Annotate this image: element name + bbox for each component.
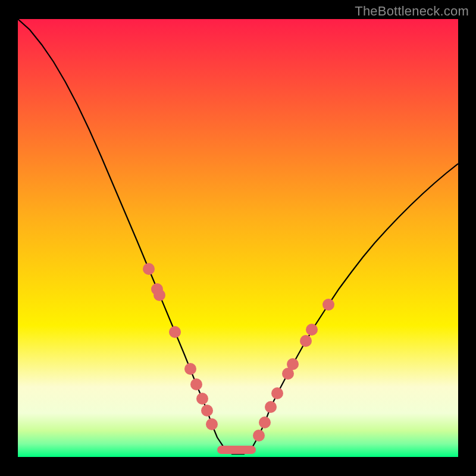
curve-marker [154, 289, 165, 301]
curve-marker [143, 263, 155, 275]
gradient-background [18, 19, 458, 457]
curve-bottom-bar [217, 446, 256, 454]
curve-marker [253, 430, 265, 441]
curve-marker [300, 335, 312, 347]
curve-marker [265, 401, 277, 413]
curve-marker [184, 363, 196, 375]
chart-svg [18, 19, 458, 457]
curve-marker [169, 326, 181, 338]
curve-marker [322, 299, 334, 311]
curve-marker [206, 418, 218, 430]
curve-marker [196, 393, 208, 405]
curve-marker [259, 416, 271, 428]
curve-marker [201, 405, 213, 416]
curve-marker [306, 324, 318, 336]
watermark-link[interactable]: TheBottleneck.com [355, 4, 469, 19]
chart-frame: TheBottleneck.com [0, 0, 476, 476]
curve-marker [190, 378, 202, 390]
curve-marker [287, 358, 299, 370]
plot-area [18, 19, 458, 457]
curve-marker [271, 387, 283, 399]
